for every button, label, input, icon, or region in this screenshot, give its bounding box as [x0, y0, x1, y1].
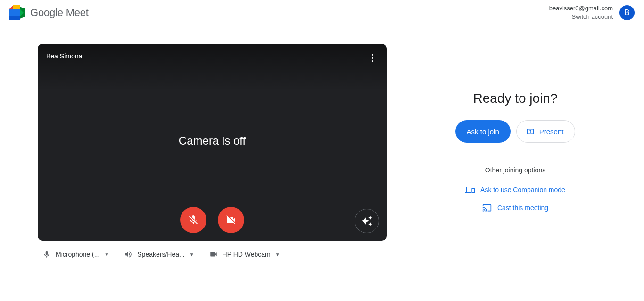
preview-participant-name: Bea Simona	[46, 52, 82, 60]
ready-title: Ready to join?	[473, 91, 557, 106]
header: Google Meet beavisser0@gmail.com Switch …	[0, 0, 644, 25]
mic-label: Microphone (...	[56, 251, 99, 258]
cast-meeting-link[interactable]: Cast this meeting	[482, 203, 548, 212]
preview-column: Bea Simona Camera is off	[38, 44, 387, 259]
ask-to-join-button[interactable]: Ask to join	[455, 120, 511, 143]
sparkle-icon	[361, 215, 372, 227]
account-text: beavisser0@gmail.com Switch account	[549, 4, 613, 21]
present-button[interactable]: Present	[516, 120, 576, 143]
logo-area[interactable]: Google Meet	[8, 5, 89, 20]
mic-icon	[42, 250, 51, 259]
preview-controls	[180, 207, 244, 233]
speaker-label: Speakers/Hea...	[137, 251, 184, 258]
companion-label: Ask to use Companion mode	[480, 186, 565, 194]
camera-selector[interactable]: HP HD Webcam ▼	[209, 250, 280, 259]
self-preview: Bea Simona Camera is off	[38, 44, 387, 241]
more-vert-icon	[372, 54, 373, 62]
visual-effects-button[interactable]	[355, 209, 379, 233]
device-row: Microphone (... ▼ Speakers/Hea... ▼ HP H…	[38, 250, 387, 259]
account-email: beavisser0@gmail.com	[549, 4, 613, 13]
toggle-mic-button[interactable]	[180, 207, 206, 233]
chevron-down-icon: ▼	[104, 252, 109, 257]
avatar[interactable]: B	[619, 5, 635, 20]
brand-text: Google Meet	[30, 7, 89, 19]
meet-logo-icon	[8, 5, 26, 20]
companion-icon	[465, 185, 475, 195]
present-icon	[526, 127, 535, 136]
toggle-camera-button[interactable]	[218, 207, 244, 233]
videocam-off-icon	[225, 214, 237, 226]
brand-strong: Google	[30, 7, 63, 18]
preview-gradient	[38, 44, 387, 91]
cast-icon	[482, 203, 492, 212]
mic-off-icon	[188, 214, 199, 226]
brand-light: Meet	[66, 7, 89, 18]
join-buttons: Ask to join Present	[455, 120, 576, 143]
videocam-icon	[209, 250, 218, 259]
switch-account-link[interactable]: Switch account	[549, 13, 613, 21]
present-label: Present	[539, 128, 564, 136]
main-content: Bea Simona Camera is off	[0, 25, 644, 259]
chevron-down-icon: ▼	[190, 252, 194, 257]
camera-label: HP HD Webcam	[223, 251, 271, 258]
chevron-down-icon: ▼	[275, 252, 280, 257]
mic-selector[interactable]: Microphone (... ▼	[42, 250, 109, 259]
cast-label: Cast this meeting	[497, 204, 548, 212]
speaker-selector[interactable]: Speakers/Hea... ▼	[124, 250, 194, 259]
svg-rect-0	[13, 5, 20, 9]
account-area: beavisser0@gmail.com Switch account B	[549, 4, 635, 21]
camera-status-text: Camera is off	[179, 134, 246, 147]
join-column: Ready to join? Ask to join Present Other…	[387, 44, 644, 259]
speaker-icon	[124, 250, 132, 259]
companion-mode-link[interactable]: Ask to use Companion mode	[465, 185, 565, 195]
svg-rect-2	[13, 9, 20, 16]
other-options-label: Other joining options	[485, 166, 545, 174]
preview-more-button[interactable]	[364, 49, 381, 66]
svg-rect-1	[9, 9, 13, 16]
